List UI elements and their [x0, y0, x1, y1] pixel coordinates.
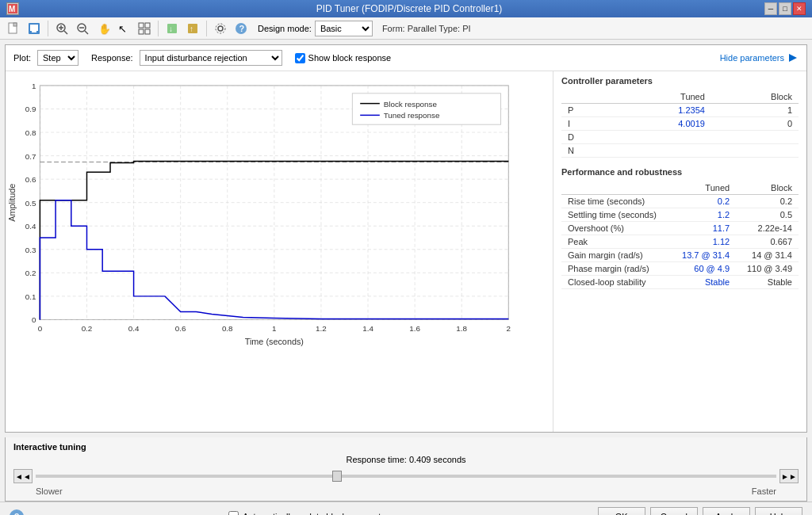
hide-params-button[interactable]: Hide parameters [720, 52, 799, 63]
chart-params-area: 0 0.1 0.2 0.3 0.4 0.5 0.6 0.7 0.8 0.9 1 … [6, 71, 806, 432]
close-button[interactable]: ✕ [793, 2, 806, 15]
svg-text:0.2: 0.2 [82, 324, 93, 333]
chart-svg: 0 0.1 0.2 0.3 0.4 0.5 0.6 0.7 0.8 0.9 1 … [9, 78, 524, 347]
toolbar-cursor[interactable]: ↖ [115, 20, 132, 37]
app-icon: M [6, 2, 19, 15]
form-type-label: Form: Parallel Type: PI [382, 24, 471, 33]
cp-row-label: N [561, 144, 610, 158]
toolbar-separator-3 [206, 21, 207, 36]
pr-row-label: Settling time (seconds) [561, 208, 671, 222]
svg-text:Amplitude: Amplitude [9, 184, 17, 222]
bottom-bar: ? Automatically update block parameters … [0, 502, 812, 515]
svg-rect-19 [145, 29, 150, 34]
svg-text:0.1: 0.1 [25, 292, 36, 301]
minimize-button[interactable]: ─ [764, 2, 777, 15]
toolbar-settings[interactable] [212, 20, 229, 37]
show-block-response-label[interactable]: Show block response [295, 53, 392, 63]
plot-select[interactable]: Step Bode [37, 50, 79, 66]
pr-row-block: 0.2 [736, 195, 799, 208]
toolbar-import[interactable]: ↓ [163, 20, 181, 37]
svg-rect-3 [13, 23, 17, 26]
svg-text:0.7: 0.7 [25, 152, 36, 161]
pr-row-label: Gain margin (rad/s) [561, 249, 671, 262]
faster-label: Faster [752, 486, 776, 496]
svg-text:Tuned response: Tuned response [384, 111, 440, 120]
slower-label: Slower [36, 486, 63, 496]
pr-row-block: 0.5 [736, 208, 799, 222]
faster-button[interactable]: ►► [779, 469, 799, 483]
svg-text:1: 1 [32, 82, 36, 90]
svg-rect-6 [32, 31, 36, 32]
cp-header-tuned: Tuned [610, 90, 710, 104]
tuning-slider-container[interactable] [36, 471, 776, 482]
pr-row-block: 0.667 [736, 235, 799, 249]
restore-button[interactable]: □ [779, 2, 791, 15]
response-label: Response: [91, 53, 133, 63]
interactive-tuning-title: Interactive tuning [13, 442, 799, 452]
svg-text:0: 0 [38, 324, 43, 333]
auto-update-label[interactable]: Automatically update block parameters [228, 511, 393, 515]
controller-params-title: Controller parameters [561, 76, 799, 86]
pr-row-block: Stable [736, 276, 799, 289]
cp-row-block [711, 144, 799, 158]
cp-header-name [561, 90, 610, 104]
svg-text:Block response: Block response [384, 100, 438, 109]
pr-row: Closed-loop stabilityStableStable [561, 276, 799, 289]
show-block-response-checkbox[interactable] [295, 53, 305, 63]
cp-row-block: 1 [711, 104, 799, 117]
auto-update-checkbox[interactable] [228, 511, 239, 515]
params-panel: Controller parameters Tuned Block P1.235… [553, 71, 806, 432]
toolbar-btn-2[interactable] [25, 20, 43, 37]
svg-text:↓: ↓ [169, 25, 173, 33]
svg-text:2: 2 [507, 324, 511, 333]
slower-button[interactable]: ◄◄ [13, 469, 33, 483]
svg-text:0.8: 0.8 [222, 324, 233, 333]
design-mode-select[interactable]: Basic Extended [315, 21, 373, 36]
pr-header-tuned: Tuned [671, 181, 736, 195]
pr-row: Phase margin (rad/s)60 @ 4.9110 @ 3.49 [561, 262, 799, 276]
help-button[interactable]: Help [755, 507, 802, 516]
svg-text:0.2: 0.2 [25, 269, 36, 277]
svg-text:0: 0 [32, 315, 36, 324]
pr-row-block: 14 @ 31.4 [736, 249, 799, 262]
cp-row-label: P [561, 104, 610, 117]
response-select[interactable]: Input disturbance rejection Reference tr… [140, 50, 282, 66]
svg-text:0.6: 0.6 [25, 175, 36, 184]
pr-row-tuned: Stable [671, 276, 736, 289]
cp-row-tuned: 4.0019 [610, 117, 710, 131]
svg-line-12 [85, 31, 88, 34]
toolbar-export[interactable]: ↑ [184, 20, 201, 37]
pr-row-tuned: 11.7 [671, 222, 736, 235]
toolbar-help[interactable]: ? [232, 20, 250, 37]
toolbar-btn-1[interactable] [5, 20, 22, 37]
svg-text:0.3: 0.3 [25, 246, 36, 254]
pr-row-label: Phase margin (rad/s) [561, 262, 671, 276]
ok-button[interactable]: OK [598, 507, 645, 516]
toolbar-layout[interactable] [136, 20, 153, 37]
tuning-slider-thumb[interactable] [332, 471, 342, 482]
svg-text:0.6: 0.6 [175, 324, 186, 333]
plot-controls: Plot: Step Bode Response: Input disturba… [6, 45, 806, 71]
svg-text:0.8: 0.8 [25, 128, 36, 137]
svg-text:1.8: 1.8 [456, 324, 467, 333]
main-content: Plot: Step Bode Response: Input disturba… [5, 44, 807, 433]
toolbar-pan[interactable]: ✋ [94, 20, 112, 37]
svg-text:↖: ↖ [118, 23, 127, 35]
pr-row: Peak1.120.667 [561, 235, 799, 249]
cp-row: D [561, 131, 799, 144]
toolbar: ✋ ↖ ↓ ↑ ? Design mode: Basic Extended Fo… [0, 17, 812, 40]
cp-row-tuned: 1.2354 [610, 104, 710, 117]
svg-text:1.2: 1.2 [316, 324, 327, 333]
perf-robustness-table: Tuned Block Rise time (seconds)0.20.2Set… [561, 181, 799, 289]
toolbar-zoom-in[interactable] [53, 20, 71, 37]
pr-row: Settling time (seconds)1.20.5 [561, 208, 799, 222]
svg-rect-18 [139, 29, 144, 34]
controller-params-table: Tuned Block P1.23541I4.00190DN [561, 90, 799, 158]
svg-text:1.4: 1.4 [362, 324, 373, 333]
cancel-button[interactable]: Cancel [650, 507, 698, 516]
design-mode-label: Design mode: [258, 24, 312, 33]
apply-button[interactable]: Apply [703, 507, 750, 516]
toolbar-separator-2 [158, 21, 159, 36]
help-icon[interactable]: ? [10, 509, 24, 516]
toolbar-zoom-out[interactable] [74, 20, 91, 37]
